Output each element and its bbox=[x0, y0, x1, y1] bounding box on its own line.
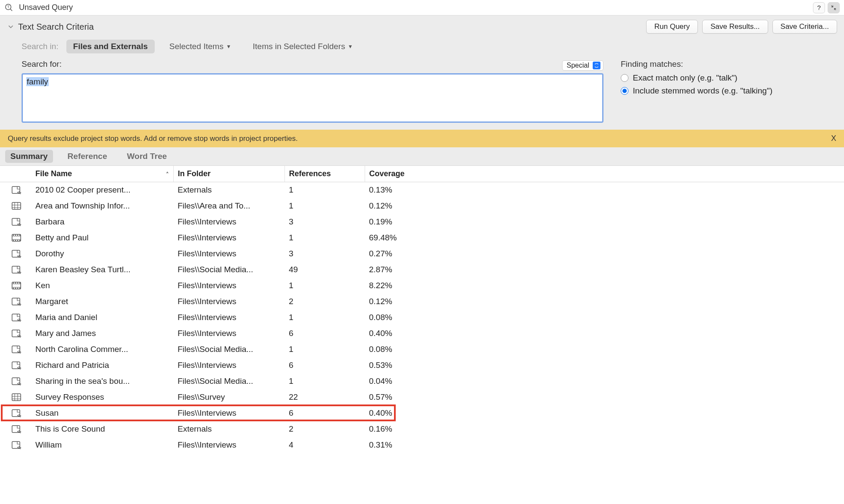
scope-items-in-folders[interactable]: Items in Selected Folders ▼ bbox=[246, 40, 359, 53]
svg-text:T: T bbox=[7, 5, 9, 9]
row-references: 22 bbox=[284, 389, 365, 405]
table-row[interactable]: SusanFiles\\Interviews60.40% bbox=[0, 405, 844, 421]
table-row[interactable]: Sharing in the sea's bou...Files\\Social… bbox=[0, 373, 844, 389]
row-references: 6 bbox=[284, 358, 365, 373]
search-in-label: Search in: bbox=[22, 42, 59, 51]
row-icon bbox=[0, 326, 31, 342]
query-icon: T bbox=[4, 3, 14, 12]
row-coverage: 0.12% bbox=[365, 294, 844, 310]
radio-exact-label: Exact match only (e.g. "talk") bbox=[633, 73, 738, 83]
column-in-folder[interactable]: In Folder bbox=[173, 166, 284, 182]
row-in-folder: Files\\Social Media... bbox=[173, 373, 284, 389]
run-query-button[interactable]: Run Query bbox=[646, 20, 698, 34]
row-file-name: Maria and Daniel bbox=[31, 310, 173, 326]
row-file-name: Dorothy bbox=[31, 246, 173, 262]
close-icon[interactable]: X bbox=[831, 134, 836, 143]
table-row[interactable]: BarbaraFiles\\Interviews30.19% bbox=[0, 214, 844, 230]
table-row[interactable]: KenFiles\\Interviews18.22% bbox=[0, 278, 844, 294]
table-row[interactable]: MargaretFiles\\Interviews20.12% bbox=[0, 294, 844, 310]
finding-matches-title: Finding matches: bbox=[621, 59, 772, 69]
row-references: 1 bbox=[284, 342, 365, 358]
row-icon bbox=[0, 230, 31, 246]
row-references: 1 bbox=[284, 198, 365, 214]
radio-stemmed[interactable]: Include stemmed words (e.g. "talking") bbox=[621, 86, 772, 96]
column-coverage[interactable]: Coverage bbox=[365, 166, 844, 182]
row-references: 1 bbox=[284, 182, 365, 198]
row-file-name: North Carolina Commer... bbox=[31, 342, 173, 358]
table-row[interactable]: DorothyFiles\\Interviews30.27% bbox=[0, 246, 844, 262]
collapse-button[interactable] bbox=[828, 2, 840, 13]
scope-selected-items-label: Selected Items bbox=[169, 42, 224, 51]
row-in-folder: Files\\Social Media... bbox=[173, 342, 284, 358]
row-icon bbox=[0, 262, 31, 278]
row-in-folder: Files\\Area and To... bbox=[173, 198, 284, 214]
row-coverage: 0.04% bbox=[365, 373, 844, 389]
row-coverage: 0.57% bbox=[365, 389, 844, 405]
results-table: File Name ˄ In Folder References Coverag… bbox=[0, 166, 844, 453]
search-for-label: Search for: bbox=[22, 59, 62, 69]
help-button[interactable]: ? bbox=[813, 2, 825, 13]
row-file-name: Karen Beasley Sea Turtl... bbox=[31, 262, 173, 278]
finding-matches: Finding matches: Exact match only (e.g. … bbox=[621, 59, 772, 99]
scope-files-externals[interactable]: Files and Externals bbox=[66, 40, 155, 53]
row-references: 1 bbox=[284, 278, 365, 294]
table-row[interactable]: Betty and PaulFiles\\Interviews169.48% bbox=[0, 230, 844, 246]
row-in-folder: Files\\Interviews bbox=[173, 437, 284, 453]
table-row[interactable]: Mary and JamesFiles\\Interviews60.40% bbox=[0, 326, 844, 342]
row-coverage: 2.87% bbox=[365, 262, 844, 278]
tab-reference[interactable]: Reference bbox=[63, 150, 113, 163]
table-row[interactable]: 2010 02 Cooper present...Externals10.13% bbox=[0, 182, 844, 198]
special-dropdown[interactable]: Special bbox=[562, 60, 603, 71]
row-icon bbox=[0, 310, 31, 326]
row-in-folder: Files\\Interviews bbox=[173, 214, 284, 230]
row-in-folder: Files\\Interviews bbox=[173, 310, 284, 326]
row-icon bbox=[0, 437, 31, 453]
table-row[interactable]: Area and Township Infor...Files\\Area an… bbox=[0, 198, 844, 214]
save-results-button[interactable]: Save Results... bbox=[702, 20, 768, 34]
dropdown-icon: ▼ bbox=[348, 44, 353, 50]
row-references: 3 bbox=[284, 246, 365, 262]
scope-selected-items[interactable]: Selected Items ▼ bbox=[163, 40, 238, 53]
column-references[interactable]: References bbox=[284, 166, 365, 182]
row-coverage: 0.08% bbox=[365, 310, 844, 326]
row-references: 6 bbox=[284, 326, 365, 342]
tab-word-tree[interactable]: Word Tree bbox=[122, 150, 172, 163]
row-icon bbox=[0, 278, 31, 294]
table-row[interactable]: Karen Beasley Sea Turtl...Files\\Social … bbox=[0, 262, 844, 278]
row-coverage: 0.40% bbox=[365, 405, 844, 421]
row-coverage: 69.48% bbox=[365, 230, 844, 246]
titlebar: T Unsaved Query ? bbox=[0, 0, 844, 16]
scope-items-in-folders-label: Items in Selected Folders bbox=[253, 42, 345, 51]
info-banner: Query results exclude project stop words… bbox=[0, 130, 844, 147]
dropdown-icon bbox=[593, 62, 600, 69]
row-icon bbox=[0, 389, 31, 405]
row-in-folder: Externals bbox=[173, 182, 284, 198]
table-row[interactable]: WilliamFiles\\Interviews40.31% bbox=[0, 437, 844, 453]
radio-stemmed-label: Include stemmed words (e.g. "talking") bbox=[633, 86, 772, 96]
column-file-name[interactable]: File Name ˄ bbox=[31, 166, 173, 182]
tab-summary[interactable]: Summary bbox=[5, 150, 53, 163]
save-criteria-button[interactable]: Save Criteria... bbox=[772, 20, 837, 34]
row-file-name: Sharing in the sea's bou... bbox=[31, 373, 173, 389]
table-row[interactable]: Maria and DanielFiles\\Interviews10.08% bbox=[0, 310, 844, 326]
row-file-name: Ken bbox=[31, 278, 173, 294]
column-file-name-label: File Name bbox=[35, 169, 72, 178]
table-row[interactable]: This is Core SoundExternals20.16% bbox=[0, 421, 844, 437]
row-file-name: This is Core Sound bbox=[31, 421, 173, 437]
row-icon bbox=[0, 246, 31, 262]
row-coverage: 0.40% bbox=[365, 326, 844, 342]
chevron-down-icon[interactable] bbox=[7, 23, 15, 31]
row-references: 4 bbox=[284, 437, 365, 453]
table-row[interactable]: Survey ResponsesFiles\\Survey220.57% bbox=[0, 389, 844, 405]
search-for-input[interactable]: family bbox=[22, 73, 603, 123]
row-coverage: 0.16% bbox=[365, 421, 844, 437]
table-row[interactable]: North Carolina Commer...Files\\Social Me… bbox=[0, 342, 844, 358]
row-icon bbox=[0, 294, 31, 310]
table-row[interactable]: Richard and PatriciaFiles\\Interviews60.… bbox=[0, 358, 844, 373]
radio-exact-match[interactable]: Exact match only (e.g. "talk") bbox=[621, 73, 772, 83]
radio-icon bbox=[621, 74, 628, 82]
radio-icon bbox=[621, 87, 628, 95]
column-icon[interactable] bbox=[0, 166, 31, 182]
row-in-folder: Files\\Survey bbox=[173, 389, 284, 405]
row-coverage: 0.27% bbox=[365, 246, 844, 262]
